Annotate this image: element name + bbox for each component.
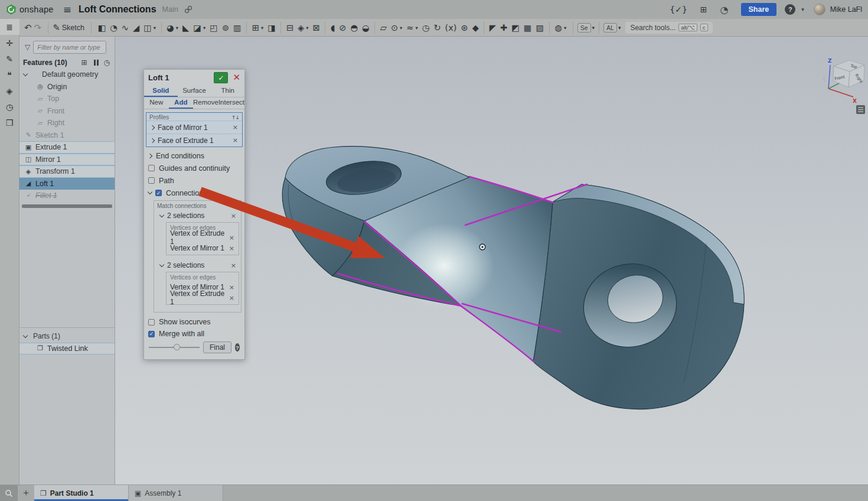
tab-assembly[interactable]: ▣ Assembly 1: [129, 485, 223, 501]
guides-checkbox[interactable]: [148, 165, 155, 171]
reorder-icon[interactable]: ↑↓: [231, 115, 239, 121]
tab-search-icon[interactable]: [0, 485, 18, 501]
add-tab-icon[interactable]: ＋: [18, 485, 34, 501]
profile-item[interactable]: Face of Extrude 1 ×: [146, 134, 242, 147]
slider-handle[interactable]: [174, 344, 180, 350]
tab-part-studio[interactable]: ❐ Part Studio 1: [34, 485, 129, 501]
remove-item-icon[interactable]: ×: [228, 294, 236, 302]
vertex-item[interactable]: Vertex of Mirror 1 ×: [167, 243, 239, 253]
connections-row[interactable]: ✓ Connections: [146, 187, 243, 199]
confirm-button[interactable]: ✓: [214, 72, 228, 83]
remove-group-icon[interactable]: ×: [230, 212, 237, 220]
tab-intersect[interactable]: Intersect: [218, 97, 244, 109]
match-connections-label: Match connections: [157, 203, 230, 209]
end-conditions-chevron-icon[interactable]: [148, 153, 152, 158]
cursor-target: [479, 244, 485, 250]
match-connections-box: Match connections ↑↓ 2 selections × Vert…: [154, 200, 242, 313]
body-type-tabs: Solid Surface Thin: [144, 86, 244, 97]
axis-z-label: Z: [828, 58, 832, 64]
reorder-icon[interactable]: ↑↓: [230, 203, 238, 209]
path-row[interactable]: Path: [146, 174, 243, 187]
tab-surface[interactable]: Surface: [178, 86, 211, 97]
end-conditions-row[interactable]: End conditions: [146, 149, 243, 162]
remove-item-icon[interactable]: ×: [228, 234, 236, 242]
view-cube-menu-icon[interactable]: [856, 105, 865, 114]
dialog-help-icon[interactable]: ?: [235, 343, 240, 352]
show-isocurves-checkbox[interactable]: [148, 319, 155, 326]
merge-with-all-row[interactable]: ✓ Merge with all: [146, 328, 243, 340]
remove-group-icon[interactable]: ×: [230, 262, 237, 269]
group-chevron-icon[interactable]: [159, 212, 164, 217]
vertices-label: Vertices or edges: [167, 274, 239, 282]
guides-row[interactable]: Guides and continuity: [146, 162, 243, 174]
vertex-item[interactable]: Vertex of Extrude 1 ×: [167, 292, 239, 303]
axis-x-label: X: [853, 98, 857, 104]
group-chevron-icon[interactable]: [159, 262, 164, 266]
part-studio-icon: ❐: [40, 489, 47, 497]
connections-checkbox[interactable]: ✓: [155, 190, 162, 196]
profiles-selection-box[interactable]: Profiles ↑↓ Face of Mirror 1 × Face of E…: [146, 112, 243, 147]
connection-group[interactable]: 2 selections ×: [154, 210, 241, 222]
remove-item-icon[interactable]: ×: [228, 284, 236, 291]
connection-group[interactable]: 2 selections ×: [154, 259, 241, 271]
assembly-icon: ▣: [135, 489, 141, 497]
remove-item-icon[interactable]: ×: [231, 123, 239, 131]
item-chevron-icon[interactable]: [150, 125, 155, 129]
dialog-title: Loft 1: [148, 73, 214, 82]
path-checkbox[interactable]: [148, 177, 155, 184]
vertices-box: Vertices or edges Vertex of Mirror 1 × V…: [166, 272, 239, 305]
merge-checkbox[interactable]: ✓: [148, 331, 155, 337]
tab-new[interactable]: New: [144, 97, 169, 109]
dialog-header[interactable]: Loft 1 ✓ ✕: [144, 70, 244, 86]
final-button[interactable]: Final: [203, 341, 231, 353]
tab-solid[interactable]: Solid: [144, 86, 178, 97]
boolean-tabs: New Add Remove Intersect: [144, 97, 244, 109]
tab-add[interactable]: Add: [169, 97, 194, 109]
item-chevron-icon[interactable]: [150, 138, 155, 142]
vertices-box: Vertices or edges Vertex of Extrude 1 × …: [166, 222, 239, 255]
tab-thin[interactable]: Thin: [211, 86, 244, 97]
vertex-item[interactable]: Vertex of Extrude 1 ×: [167, 232, 239, 243]
bottom-tabs-bar: ＋ ❐ Part Studio 1 ▣ Assembly 1: [0, 484, 868, 501]
cancel-button[interactable]: ✕: [233, 73, 240, 82]
show-isocurves-row[interactable]: Show isocurves: [146, 316, 243, 328]
remove-item-icon[interactable]: ×: [228, 245, 236, 252]
viewport-3d[interactable]: Top Front Right Z X: [0, 0, 868, 501]
tab-remove[interactable]: Remove: [193, 97, 218, 109]
loft-dialog: Loft 1 ✓ ✕ Solid Surface Thin New Add Re…: [143, 69, 245, 360]
profiles-label: Profiles: [149, 114, 231, 121]
preview-slider[interactable]: [149, 343, 200, 352]
profile-item[interactable]: Face of Mirror 1 ×: [146, 121, 242, 134]
remove-item-icon[interactable]: ×: [231, 136, 239, 144]
connections-chevron-icon[interactable]: [148, 190, 152, 194]
